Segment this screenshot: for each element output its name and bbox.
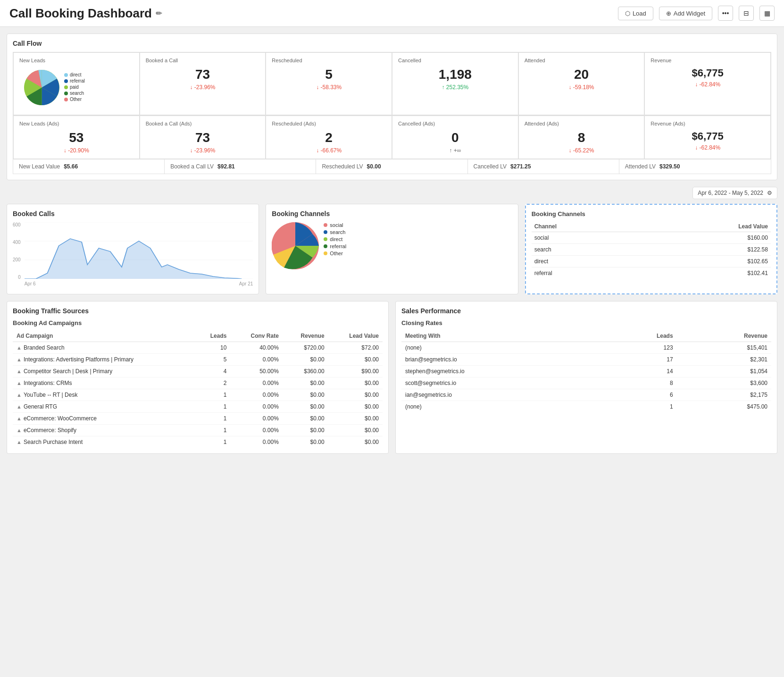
channel-name: search: [532, 244, 638, 256]
campaign-row: ▲Branded Search 10 40.00% $720.00 $72.00: [13, 342, 383, 354]
settings-icon[interactable]: ⚙: [767, 190, 772, 196]
booked-calls-chart: Booked Calls 600 400 200 0: [7, 204, 259, 294]
title-text: Call Booking Dashboard: [9, 6, 152, 21]
leads-value: 1: [195, 413, 230, 425]
booked-calls-chart-area: 600 400 200 0: [13, 222, 253, 288]
bottom-row: Booking Traffic Sources Booking Ad Campa…: [7, 301, 777, 454]
legend-dot-referral: [324, 244, 327, 248]
sales-row: (none) 123 $15,401: [401, 342, 771, 354]
header: Call Booking Dashboard ✏ ⬡ Load ⊕ Add Wi…: [0, 0, 784, 27]
call-flow-title: Call Flow: [13, 40, 771, 47]
sales-performance-title: Sales Performance: [401, 307, 771, 315]
sales-row: stephen@segmetrics.io 14 $1,054: [401, 366, 771, 377]
load-button[interactable]: ⬡ Load: [618, 7, 653, 20]
meeting-with: ian@segmetrics.io: [401, 389, 604, 401]
campaign-row: ▲General RTG 1 0.00% $0.00 $0.00: [13, 401, 383, 413]
meeting-with: brian@segmetrics.io: [401, 354, 604, 366]
lead-value: $90.00: [328, 366, 383, 377]
revenue-value: $0.00: [283, 401, 328, 413]
cancelled-cell: Cancelled 1,198 ↑ 252.35%: [392, 52, 518, 115]
booked-calls-title: Booked Calls: [13, 210, 253, 217]
leads-value: 1: [195, 436, 230, 448]
pie-legend: direct referral paid search: [64, 72, 85, 103]
campaign-row: ▲Integrations: CRMs 2 0.00% $0.00 $0.00: [13, 377, 383, 389]
legend-direct: direct: [324, 236, 346, 242]
lead-value: $122.58: [637, 244, 771, 256]
legend-dot-referral: [64, 79, 68, 83]
edit-icon[interactable]: ✏: [156, 9, 162, 18]
conv-value: 0.00%: [230, 436, 282, 448]
conv-value: 40.00%: [230, 342, 282, 354]
campaign-icon: ▲: [17, 380, 22, 386]
booking-channel-row: direct$102.65: [532, 256, 771, 267]
leads-count: 8: [604, 377, 677, 389]
col-lead-value: Lead Value: [328, 330, 383, 342]
leads-value: 1: [195, 401, 230, 413]
col-revenue: Revenue: [677, 330, 771, 342]
filter-button[interactable]: ⊟: [739, 6, 754, 21]
booking-channels-pie-title: Booking Channels: [272, 210, 512, 217]
booking-traffic-title: Booking Traffic Sources: [13, 307, 383, 315]
sales-row: brian@segmetrics.io 17 $2,301: [401, 354, 771, 366]
conv-value: 0.00%: [230, 401, 282, 413]
legend-referral: referral: [324, 243, 346, 249]
channel-name: social: [532, 232, 638, 244]
content: Call Flow New Leads: [0, 27, 784, 460]
campaign-icon: ▲: [17, 357, 22, 362]
leads-count: 1: [604, 401, 677, 413]
call-flow-section: Call Flow New Leads: [7, 33, 777, 180]
campaign-icon: ▲: [17, 368, 22, 374]
add-widget-label: Add Widget: [674, 10, 705, 17]
rescheduled-ads-cell: Rescheduled (Ads) 2 ↓ -66.67%: [266, 116, 392, 159]
campaign-name: ▲eCommerce: WooCommerce: [13, 413, 195, 425]
legend-dot-social: [324, 223, 327, 227]
chart-area-fill: [25, 239, 253, 279]
load-label: Load: [633, 10, 646, 17]
x-axis: Apr 6 Apr 21: [25, 281, 253, 286]
y-axis: 600 400 200 0: [13, 222, 23, 288]
col-meeting: Meeting With: [401, 330, 604, 342]
add-widget-button[interactable]: ⊕ Add Widget: [659, 7, 712, 20]
date-range-picker[interactable]: Apr 6, 2022 - May 5, 2022 ⚙: [692, 187, 777, 199]
conv-value: 0.00%: [230, 389, 282, 401]
leads-count: 123: [604, 342, 677, 354]
new-leads-pie-chart: [24, 70, 59, 105]
revenue-amount: $3,600: [677, 377, 771, 389]
revenue-value: $720.00: [283, 342, 328, 354]
booking-traffic-section: Booking Traffic Sources Booking Ad Campa…: [7, 301, 389, 454]
revenue-value: $0.00: [283, 436, 328, 448]
legend-search: search: [64, 91, 85, 96]
conv-value: 0.00%: [230, 413, 282, 425]
revenue-value: $0.00: [283, 377, 328, 389]
booking-channel-row: search$122.58: [532, 244, 771, 256]
new-leads-cell: New Leads: [13, 52, 140, 115]
legend-other: Other: [324, 251, 346, 256]
campaign-row: ▲YouTube -- RT | Desk 1 0.00% $0.00 $0.0…: [13, 389, 383, 401]
more-button[interactable]: •••: [718, 6, 733, 21]
calendar-button[interactable]: ▦: [759, 6, 775, 21]
col-channel: Channel: [532, 221, 638, 232]
lead-value: $160.00: [637, 232, 771, 244]
new-lead-value-cell: New Lead Value $5.66: [13, 159, 165, 174]
campaign-name: ▲Search Purchase Intent: [13, 436, 195, 448]
closing-rates-title: Closing Rates: [401, 319, 771, 326]
campaign-row: ▲Search Purchase Intent 1 0.00% $0.00 $0…: [13, 436, 383, 448]
header-actions: ⬡ Load ⊕ Add Widget ••• ⊟ ▦: [618, 6, 775, 21]
legend-dot-other: [64, 98, 68, 101]
campaign-icon: ▲: [17, 345, 22, 351]
cancelled-ads-cell: Cancelled (Ads) 0 ↑ +∞: [392, 116, 518, 159]
revenue-ads-cell: Revenue (Ads) $6,775 ↓ -62.84%: [644, 116, 771, 159]
col-lead-value: Lead Value: [637, 221, 771, 232]
attended-cell: Attended 20 ↓ -59.18%: [518, 52, 645, 115]
new-leads-ads-cell: New Leads (Ads) 53 ↓ -20.90%: [13, 116, 140, 159]
call-flow-grid-row2: New Leads (Ads) 53 ↓ -20.90% Booked a Ca…: [13, 115, 771, 159]
attended-ads-cell: Attended (Ads) 8 ↓ -65.22%: [518, 116, 645, 159]
attended-lv-cell: Attended LV $329.50: [619, 159, 771, 174]
rescheduled-lv-cell: Rescheduled LV $0.00: [316, 159, 467, 174]
revenue-amount: $15,401: [677, 342, 771, 354]
rescheduled-cell: Rescheduled 5 ↓ -58.33%: [266, 52, 392, 115]
revenue-value: $0.00: [283, 389, 328, 401]
leads-count: 14: [604, 366, 677, 377]
campaign-icon: ▲: [17, 416, 22, 421]
campaign-icon: ▲: [17, 404, 22, 410]
